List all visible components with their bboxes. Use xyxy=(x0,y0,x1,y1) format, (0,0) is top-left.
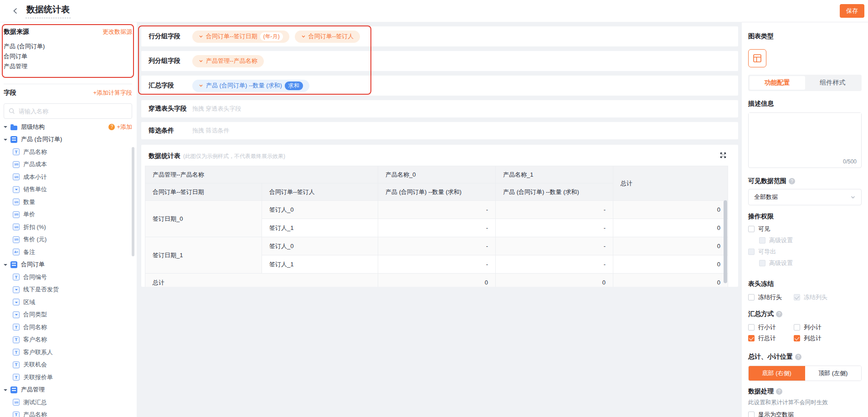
table-total-cell: 0 xyxy=(613,237,728,255)
search-input[interactable] xyxy=(19,108,127,115)
field-tree-item[interactable]: 线下是否发货 xyxy=(0,284,137,296)
field-tree-item[interactable]: 123产品成本 xyxy=(0,158,137,171)
field-label: 数量 xyxy=(23,198,35,206)
col-group-field-row[interactable]: 列分组字段 产品管理--产品名称 xyxy=(141,51,738,71)
field-label: 合同类型 xyxy=(23,310,47,319)
chevron-down-icon[interactable] xyxy=(199,59,203,63)
add-hierarchy-link[interactable]: +添加 xyxy=(117,123,132,131)
field-tree-item[interactable]: 销售单位 xyxy=(0,183,137,196)
data-scope-label: 可见数据范围? xyxy=(748,177,795,185)
checkbox-icon[interactable] xyxy=(748,226,755,232)
field-chip-product-name[interactable]: 产品管理--产品名称 xyxy=(192,55,264,67)
checkbox-visible[interactable]: 可见 xyxy=(748,224,770,234)
filter-condition-row[interactable]: 筛选条件 拖拽 筛选条件 xyxy=(141,122,738,139)
table-total-cell: 0 xyxy=(613,219,728,237)
checkbox-show-empty[interactable]: 显示为空数据 xyxy=(748,410,794,417)
chevron-down-icon[interactable] xyxy=(199,34,203,39)
field-tree-item[interactable]: T合同编号 xyxy=(0,271,137,284)
caret-down-icon[interactable] xyxy=(4,389,7,393)
expand-icon[interactable] xyxy=(718,150,728,160)
data-scope-select[interactable]: 全部数据 xyxy=(748,189,862,205)
checkbox-icon[interactable] xyxy=(748,412,755,417)
aggregation-pill[interactable]: 求和 xyxy=(285,81,303,90)
table-value-cell: - xyxy=(378,201,496,219)
data-processing-label: 数据处理? xyxy=(748,387,782,396)
add-calc-field-link[interactable]: +添加计算字段 xyxy=(93,89,132,97)
tab-function-config[interactable]: 功能配置 xyxy=(750,76,805,90)
description-input[interactable] xyxy=(749,113,861,157)
field-tree-item[interactable]: 合同订单 xyxy=(0,259,137,271)
field-tree: 层级结构?+添加产品 (合同订单)T产品名称123产品成本123成本小计销售单位… xyxy=(0,121,137,417)
chevron-down-icon[interactable] xyxy=(199,83,203,88)
datasource-item[interactable]: 产品 (合同订单) xyxy=(4,42,45,51)
checkbox-icon[interactable] xyxy=(794,335,800,341)
number-field-icon: 123 xyxy=(13,211,20,218)
drill-header-field-row[interactable]: 穿透表头字段 拖拽 穿透表头字段 xyxy=(141,100,738,117)
table-cell: 签订人_1 xyxy=(262,255,378,274)
row-group-field-row[interactable]: 行分组字段 合同订单--签订日期 (年-月) 合同订单--签订人 xyxy=(141,26,738,46)
field-tree-item[interactable]: 123数量 xyxy=(0,196,137,208)
save-button[interactable]: 保存 xyxy=(840,4,864,18)
chevron-down-icon[interactable] xyxy=(301,34,306,39)
field-tree-item[interactable]: A≡备注 xyxy=(0,246,137,259)
checkbox-icon[interactable] xyxy=(748,324,755,331)
field-tree-item[interactable]: 区域 xyxy=(0,296,137,309)
right-settings-panel: 图表类型 功能配置 组件样式 描述信息 0/500 可见数据范围? 全部数据 操… xyxy=(742,22,868,417)
field-chip-sign-date[interactable]: 合同订单--签订日期 (年-月) xyxy=(192,31,289,43)
field-chip-quantity-sum[interactable]: 产品 (合同订单) --数量 (求和) 求和 xyxy=(192,80,309,92)
summary-field-row[interactable]: 汇总字段 产品 (合同订单) --数量 (求和) 求和 xyxy=(141,76,738,96)
field-chip-signer[interactable]: 合同订单--签订人 xyxy=(295,31,360,43)
field-tree-item[interactable]: T关联报价单 xyxy=(0,371,137,384)
text-field-icon: T xyxy=(13,374,20,381)
checkbox-icon[interactable] xyxy=(794,324,800,331)
tab-component-style[interactable]: 组件样式 xyxy=(805,76,861,90)
field-tree-item[interactable]: 产品 (合同订单) xyxy=(0,133,137,146)
caret-down-icon[interactable] xyxy=(4,139,7,142)
field-tree-item[interactable]: T关联机会 xyxy=(0,359,137,371)
field-tree-item[interactable]: T客户联系人 xyxy=(0,346,137,359)
checkbox-row-total[interactable]: 行总计 xyxy=(748,334,776,343)
datasource-item[interactable]: 合同订单 xyxy=(4,52,27,61)
checkbox-row-subtotal[interactable]: 行小计 xyxy=(748,323,776,332)
field-tree-item[interactable]: 123单价 xyxy=(0,208,137,221)
number-field-icon: 123 xyxy=(13,173,20,180)
field-tree-item[interactable]: T产品名称 xyxy=(0,409,137,417)
checkbox-col-total[interactable]: 列总计 xyxy=(794,334,822,343)
field-tree-item[interactable]: T客户名称 xyxy=(0,334,137,346)
chart-type-pivot-button[interactable] xyxy=(748,49,766,67)
sidebar-scrollbar[interactable] xyxy=(132,147,134,256)
text-field-icon: T xyxy=(13,148,20,155)
field-tree-item[interactable]: 123成本小计 xyxy=(0,171,137,183)
date-granularity-pill[interactable]: (年-月) xyxy=(260,32,283,41)
field-tree-item[interactable]: 123售价 (元) xyxy=(0,234,137,246)
checkbox-icon[interactable] xyxy=(748,294,755,300)
position-top-left-button[interactable]: 顶部 (左侧) xyxy=(805,366,862,381)
caret-down-icon[interactable] xyxy=(4,126,7,130)
caret-down-icon[interactable] xyxy=(4,264,7,268)
back-icon[interactable] xyxy=(11,6,20,15)
chart-type-label: 图表类型 xyxy=(748,32,774,41)
table-total-cell: 0 xyxy=(613,274,728,287)
checkbox-visible-advanced: 高级设置 xyxy=(759,236,793,245)
number-field-icon: 123 xyxy=(13,224,20,230)
field-tree-item[interactable]: T合同名称 xyxy=(0,321,137,334)
field-tree-item[interactable]: 层级结构?+添加 xyxy=(0,121,137,133)
table-scrollbar[interactable] xyxy=(724,200,727,283)
field-tree-item[interactable]: T产品名称 xyxy=(0,146,137,158)
field-tree-item[interactable]: 产品管理 xyxy=(0,384,137,397)
checkbox-freeze-row[interactable]: 冻结行头 xyxy=(748,293,782,302)
field-tree-item[interactable]: 123测试汇总 xyxy=(0,396,137,409)
help-icon[interactable]: ? xyxy=(108,124,115,130)
divider xyxy=(4,84,132,84)
field-tree-item[interactable]: 123折扣 (%) xyxy=(0,221,137,234)
table-row-group-cell: 签订日期_0 xyxy=(145,201,262,237)
datasource-item[interactable]: 产品管理 xyxy=(4,62,27,71)
field-tree-item[interactable]: 合同类型 xyxy=(0,309,137,321)
position-bottom-right-button[interactable]: 底部 (右侧) xyxy=(749,366,805,381)
checkbox-col-subtotal[interactable]: 列小计 xyxy=(794,323,822,332)
number-field-icon: 123 xyxy=(13,399,20,406)
field-label: 关联机会 xyxy=(23,361,47,369)
change-datasource-link[interactable]: 更改数据源 xyxy=(103,28,132,36)
page-title[interactable]: 数据统计表 xyxy=(26,4,71,18)
checkbox-icon[interactable] xyxy=(748,335,755,341)
